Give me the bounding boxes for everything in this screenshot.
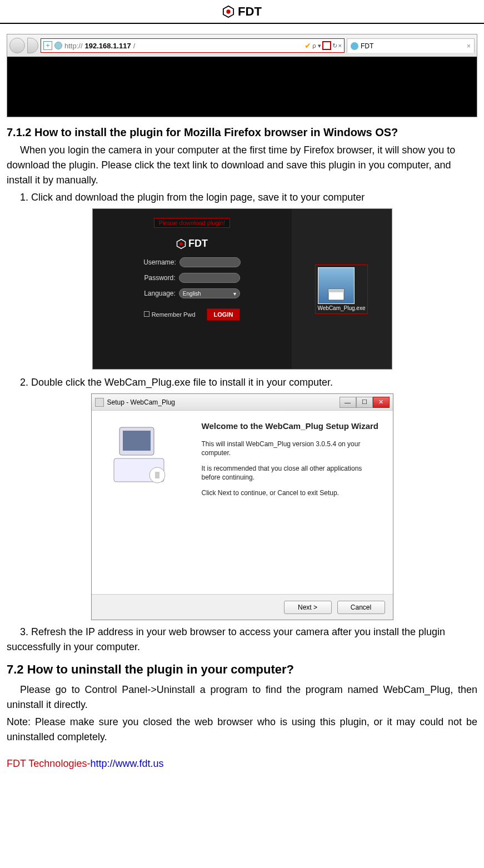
step-3-text: 3. Refresh the IP address in your web br…: [7, 625, 477, 655]
svg-point-1: [226, 9, 230, 13]
remember-label: Remember Pwd: [152, 311, 196, 318]
step-1-text: 1. Click and download the plugin from th…: [7, 190, 477, 205]
stop-icon: ×: [338, 42, 342, 49]
setup-footer: Next > Cancel: [92, 594, 393, 620]
svg-rect-5: [328, 289, 344, 292]
login-brand-text: FDT: [188, 238, 208, 250]
close-tab-icon: ×: [467, 42, 471, 50]
exe-file-label: WebCam_Plug.exe: [318, 305, 366, 311]
setup-right-content: Welcome to the WebCam_Plug Setup Wizard …: [192, 411, 393, 594]
login-panel: Please download plugin! FDT Username: Pa…: [93, 209, 292, 369]
setup-app-icon: [95, 398, 104, 407]
setup-left-graphic: [92, 411, 192, 594]
section-7-2-title: 7.2 How to uninstall the plugin in your …: [7, 662, 477, 677]
setup-body: Welcome to the WebCam_Plug Setup Wizard …: [92, 411, 393, 594]
exe-panel: WebCam_Plug.exe: [292, 209, 392, 369]
back-button-icon: [9, 38, 25, 53]
ie-icon: [351, 42, 358, 50]
browser-tab: FDT ×: [347, 38, 475, 53]
footer-link: http://www.fdt.us: [90, 758, 163, 769]
remember-checkbox: [144, 311, 149, 317]
step-2-text: 2. Double click the WebCam_Plug.exe file…: [7, 375, 477, 390]
chevron-down-icon: ▾: [233, 291, 236, 297]
footer-company: FDT Technologies-: [7, 758, 90, 769]
svg-point-3: [179, 242, 183, 246]
setup-p3: Click Next to continue, or Cancel to exi…: [202, 488, 383, 497]
refresh-icon: ↻: [332, 42, 337, 49]
tab-title: FDT: [361, 42, 373, 50]
setup-titlebar: Setup - WebCam_Plug — ☐ ✕: [92, 394, 393, 411]
section-7-2-p1: Please go to Control Panel->Uninstall a …: [7, 682, 477, 712]
next-button: Next >: [284, 601, 332, 614]
url-prefix: http://: [64, 42, 83, 50]
maximize-icon: ☐: [356, 397, 373, 408]
section-7-2-p2: Note: Please make sure you closed the we…: [7, 715, 477, 745]
exe-file-icon: [318, 267, 355, 304]
username-row: Username:: [143, 257, 241, 267]
svg-rect-10: [155, 472, 159, 478]
language-row: Language: English ▾: [144, 288, 240, 298]
ie-toolbar: + http://192.168.1.117/ ✔ ρ ▾ ↻ × FDT ×: [7, 34, 477, 57]
url-ip: 192.168.1.117: [85, 42, 131, 50]
section-7-1-2-title: 7.1.2 How to install the plugin for Mozi…: [7, 125, 477, 139]
fdt-logo: FDT: [222, 4, 262, 19]
installer-box-icon: [325, 281, 347, 303]
compat-mode-icon: [322, 41, 331, 50]
exe-highlight-box: WebCam_Plug.exe: [315, 265, 368, 314]
close-icon: ✕: [373, 397, 390, 408]
minimize-icon: —: [340, 397, 356, 408]
password-row: Password:: [144, 273, 239, 283]
login-download-figure: Please download plugin! FDT Username: Pa…: [92, 208, 392, 370]
setup-p1: This will install WebCam_Plug version 3.…: [202, 440, 383, 457]
login-bottom-row: Remember Pwd LOGIN: [144, 308, 241, 321]
add-page-icon: +: [43, 41, 52, 50]
svg-rect-7: [123, 431, 151, 451]
login-button: LOGIN: [207, 308, 241, 321]
globe-icon: [54, 42, 62, 49]
language-label: Language:: [144, 290, 176, 297]
password-label: Password:: [144, 274, 175, 282]
setup-p2: It is recommended that you close all oth…: [202, 464, 383, 482]
username-input: [179, 257, 241, 267]
password-input: [179, 273, 240, 283]
section-7-1-2-intro: When you login the camera in your comput…: [7, 143, 477, 188]
setup-heading: Welcome to the WebCam_Plug Setup Wizard: [202, 421, 383, 432]
page-header: FDT: [0, 0, 484, 24]
window-buttons: — ☐ ✕: [340, 397, 390, 408]
fdt-logo-icon: [222, 6, 234, 18]
username-label: Username:: [143, 258, 176, 266]
fdt-logo-icon: [176, 239, 186, 249]
setup-computer-icon: [108, 422, 175, 488]
language-select: English ▾: [179, 288, 240, 298]
url-suffix: /: [133, 42, 136, 50]
address-bar: + http://192.168.1.117/ ✔ ρ ▾ ↻ ×: [41, 38, 345, 53]
forward-button-icon: [27, 38, 38, 53]
fdt-logo-text: FDT: [238, 4, 262, 19]
ie-browser-figure: + http://192.168.1.117/ ✔ ρ ▾ ↻ × FDT ×: [7, 34, 477, 117]
login-brand: FDT: [176, 238, 208, 250]
setup-window-title: Setup - WebCam_Plug: [107, 398, 176, 406]
setup-wizard-figure: Setup - WebCam_Plug — ☐ ✕: [91, 393, 393, 620]
remember-pwd: Remember Pwd: [144, 311, 196, 318]
norton-icon: ✔: [305, 41, 311, 50]
cancel-button: Cancel: [337, 601, 385, 614]
page-footer: FDT Technologies-http://www.fdt.us: [0, 758, 484, 781]
language-value: English: [183, 291, 201, 297]
address-bar-actions: ✔ ρ ▾ ↻ ×: [305, 41, 342, 50]
download-plugin-link: Please download plugin!: [154, 218, 230, 228]
